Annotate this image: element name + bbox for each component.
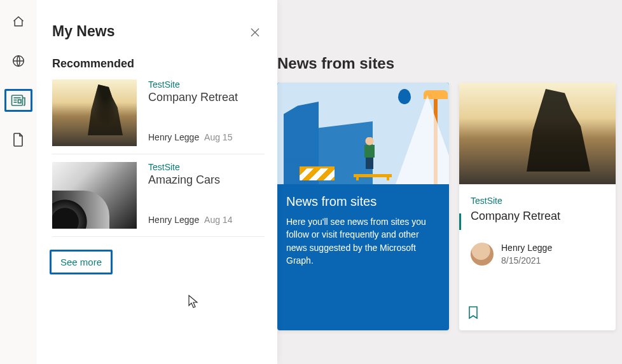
accent-bar (459, 213, 461, 230)
close-button[interactable] (245, 23, 265, 42)
nav-home[interactable] (4, 10, 32, 33)
globe-icon (11, 54, 25, 68)
nav-globe[interactable] (4, 50, 32, 72)
see-more-link[interactable]: See more (50, 250, 113, 274)
my-news-panel: My News Recommended TestSite Company Ret… (37, 0, 277, 364)
news-body: TestSite Amazing Cars Henry Legge Aug 14 (148, 162, 232, 229)
main-heading: News from sites (277, 55, 394, 72)
story-image (459, 83, 616, 184)
bookmark-icon (468, 306, 478, 319)
nav-my-news[interactable] (4, 89, 32, 112)
nav-files[interactable] (4, 128, 32, 151)
news-date: Aug 14 (204, 215, 232, 225)
story-card[interactable]: TestSite Company Retreat Henry Legge 8/1… (459, 83, 616, 330)
news-site: TestSite (148, 79, 238, 90)
news-thumbnail (52, 79, 137, 146)
info-title: News from sites (286, 194, 440, 209)
news-title: Company Retreat (148, 91, 238, 104)
news-author: Henry Legge (148, 215, 199, 225)
story-title: Company Retreat (471, 210, 607, 223)
news-byline: Henry Legge Aug 15 (148, 132, 238, 142)
home-icon (12, 15, 25, 28)
story-site[interactable]: TestSite (471, 196, 607, 206)
card-row: News from sites Here you'll see news fro… (277, 83, 616, 330)
news-list: TestSite Company Retreat Henry Legge Aug… (52, 79, 265, 237)
author-meta: Henry Legge 8/15/2021 (501, 242, 552, 266)
news-author: Henry Legge (148, 132, 199, 142)
card-footer (459, 299, 616, 330)
file-icon (13, 133, 24, 147)
news-item[interactable]: TestSite Company Retreat Henry Legge Aug… (52, 79, 265, 154)
news-date: Aug 15 (204, 132, 232, 142)
info-body: News from sites Here you'll see news fro… (277, 184, 449, 277)
panel-title: My News (52, 23, 114, 40)
close-icon (250, 27, 260, 37)
news-item[interactable]: TestSite Amazing Cars Henry Legge Aug 14 (52, 154, 265, 237)
svg-rect-2 (18, 100, 22, 103)
author-date: 8/15/2021 (501, 255, 552, 266)
avatar (471, 243, 494, 266)
news-icon (11, 94, 26, 107)
app-rail (0, 0, 37, 364)
author-name: Henry Legge (501, 242, 552, 253)
info-illustration (277, 83, 449, 184)
info-text: Here you'll see news from sites you foll… (286, 215, 440, 267)
news-body: TestSite Company Retreat Henry Legge Aug… (148, 79, 238, 146)
news-site: TestSite (148, 162, 232, 172)
section-label: Recommended (52, 57, 265, 71)
author-row: Henry Legge 8/15/2021 (471, 242, 607, 266)
info-card: News from sites Here you'll see news fro… (277, 83, 449, 330)
story-body: TestSite Company Retreat Henry Legge 8/1… (459, 184, 616, 275)
bookmark-button[interactable] (468, 306, 478, 321)
panel-header: My News (52, 23, 265, 42)
news-title: Amazing Cars (148, 173, 232, 187)
news-thumbnail (52, 162, 137, 229)
news-byline: Henry Legge Aug 14 (148, 215, 232, 225)
